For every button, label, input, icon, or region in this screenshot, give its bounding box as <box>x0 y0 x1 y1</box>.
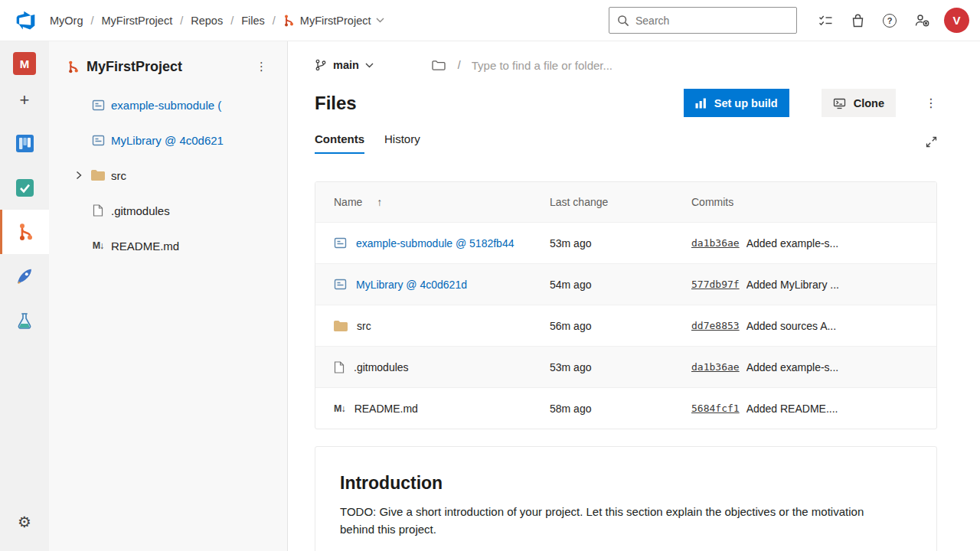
tree-item-gitmodules[interactable]: .gitmodules <box>49 193 287 228</box>
folder-icon <box>87 170 109 181</box>
build-chart-icon <box>695 98 707 109</box>
file-icon <box>334 361 345 373</box>
branch-selector[interactable]: main <box>315 59 374 71</box>
tree-item-mylibrary[interactable]: MyLibrary @ 4c0d621 <box>49 122 287 158</box>
search-input[interactable] <box>635 15 789 27</box>
more-options-button[interactable]: ⋮ <box>925 96 937 110</box>
commit-message: Added README.... <box>746 403 838 415</box>
last-change-cell: 56m ago <box>550 320 691 332</box>
commit-hash-link[interactable]: dd7e8853 <box>691 320 740 331</box>
commit-hash-link[interactable]: da1b36ae <box>691 237 740 249</box>
settings-gear-icon[interactable]: ⚙ <box>18 513 31 531</box>
repos-icon <box>18 223 34 241</box>
user-settings-icon <box>915 14 929 27</box>
repo-sidebar: MyFirstProject ⋮ example-submodule ( MyL… <box>49 41 287 551</box>
table-row[interactable]: example-submodule @ 5182fb44 53m ago da1… <box>315 222 936 263</box>
column-header-name[interactable]: Name ↑ <box>315 196 550 208</box>
user-settings-button[interactable] <box>906 5 938 36</box>
azure-devops-logo[interactable] <box>15 10 36 31</box>
page-title: Files <box>315 93 684 114</box>
search-icon <box>617 15 629 27</box>
readme-paragraph: TODO: Give a short introduction of your … <box>340 504 884 538</box>
tree-item-readme[interactable]: M↓ README.md <box>49 228 287 263</box>
table-row[interactable]: MyLibrary @ 4c0d621d 54m ago 577db97f Ad… <box>315 263 936 305</box>
project-avatar[interactable]: M <box>13 52 36 75</box>
commit-message: Added example-s... <box>746 237 839 249</box>
repo-selector[interactable]: MyFirstProject <box>283 15 385 27</box>
submodule-icon <box>334 236 347 249</box>
check-badge-icon <box>16 179 34 197</box>
file-icon <box>87 204 109 217</box>
column-header-commits: Commits <box>691 196 936 208</box>
table-row[interactable]: .gitmodules 53m ago da1b36ae Added examp… <box>315 346 936 387</box>
rail-item-boards[interactable] <box>0 121 49 165</box>
tree-item-label: example-submodule ( <box>111 99 221 112</box>
file-finder-input[interactable] <box>472 59 937 72</box>
commit-hash-link[interactable]: 5684fcf1 <box>691 403 740 414</box>
file-name-link[interactable]: example-submodule @ 5182fb44 <box>356 237 514 249</box>
markdown-icon: M↓ <box>334 403 345 414</box>
breadcrumb-separator: / <box>180 15 183 27</box>
tree-item-label: MyLibrary @ 4c0d621 <box>111 134 224 147</box>
file-name-link[interactable]: src <box>357 320 371 332</box>
table-row[interactable]: M↓ README.md 58m ago 5684fcf1 Added READ… <box>315 387 936 429</box>
rail-item-test-plans[interactable] <box>0 165 49 210</box>
tree-item-label: src <box>111 169 126 182</box>
column-header-last-change: Last change <box>550 196 691 208</box>
top-bar: MyOrg / MyFirstProject / Repos / Files /… <box>0 0 980 41</box>
tab-contents[interactable]: Contents <box>315 132 364 154</box>
nav-rail: M + ⚙ <box>0 41 49 551</box>
file-name-link[interactable]: .gitmodules <box>354 361 409 373</box>
sort-ascending-icon: ↑ <box>377 196 382 208</box>
search-box <box>609 7 797 34</box>
repo-icon <box>283 15 295 27</box>
flask-icon <box>17 312 32 330</box>
path-separator: / <box>458 59 461 71</box>
breadcrumb-separator: / <box>273 15 276 27</box>
readme-preview: Introduction TODO: Give a short introduc… <box>315 446 937 551</box>
submodule-icon <box>87 134 109 147</box>
commit-hash-link[interactable]: 577db97f <box>691 279 740 290</box>
sidebar-repo-title: MyFirstProject <box>87 59 244 75</box>
last-change-cell: 53m ago <box>550 361 691 373</box>
last-change-cell: 53m ago <box>550 237 691 249</box>
tasklist-button[interactable] <box>809 5 841 36</box>
marketplace-button[interactable] <box>841 5 874 36</box>
user-avatar[interactable]: V <box>944 8 969 33</box>
add-project-button[interactable]: + <box>20 92 30 109</box>
files-scroll-region[interactable]: Name ↑ Last change Commits example-submo… <box>288 154 980 551</box>
tabs-bar: Contents History <box>315 132 937 154</box>
tree-expander-icon[interactable] <box>70 171 87 180</box>
last-change-cell: 54m ago <box>550 279 691 291</box>
clone-button[interactable]: Clone <box>822 89 896 117</box>
fullscreen-toggle-button[interactable] <box>926 136 937 154</box>
expand-icon <box>926 136 937 148</box>
sidebar-more-button[interactable]: ⋮ <box>251 58 272 75</box>
breadcrumb-repos[interactable]: Repos <box>191 15 223 27</box>
root-folder-button[interactable] <box>432 60 446 71</box>
table-row[interactable]: src 56m ago dd7e8853 Added sources A... <box>315 305 936 346</box>
file-name-link[interactable]: MyLibrary @ 4c0d621d <box>356 279 467 291</box>
rail-item-pipelines[interactable] <box>0 254 49 298</box>
tree-item-example-submodule[interactable]: example-submodule ( <box>49 87 287 122</box>
help-icon: ? <box>883 14 897 28</box>
breadcrumb-separator: / <box>91 15 94 27</box>
rail-item-artifacts[interactable] <box>0 298 49 343</box>
breadcrumb-org[interactable]: MyOrg <box>50 15 83 27</box>
commit-hash-link[interactable]: da1b36ae <box>691 361 740 373</box>
tree-item-label: .gitmodules <box>111 204 170 217</box>
set-up-build-button[interactable]: Set up build <box>684 89 789 117</box>
rail-item-repos[interactable] <box>0 210 49 254</box>
clone-icon <box>833 97 846 109</box>
tab-history[interactable]: History <box>384 132 420 154</box>
sidebar-header: MyFirstProject ⋮ <box>49 58 287 75</box>
chevron-down-icon <box>376 18 384 23</box>
file-name-link[interactable]: README.md <box>354 403 418 415</box>
help-button[interactable]: ? <box>874 5 906 36</box>
files-table: Name ↑ Last change Commits example-submo… <box>315 181 937 429</box>
tree-item-src[interactable]: src <box>49 158 287 193</box>
title-bar: Files Set up build Clone ⋮ <box>315 89 937 117</box>
breadcrumb-files[interactable]: Files <box>241 15 265 27</box>
breadcrumb-project[interactable]: MyFirstProject <box>102 15 173 27</box>
readme-heading: Introduction <box>340 473 912 494</box>
